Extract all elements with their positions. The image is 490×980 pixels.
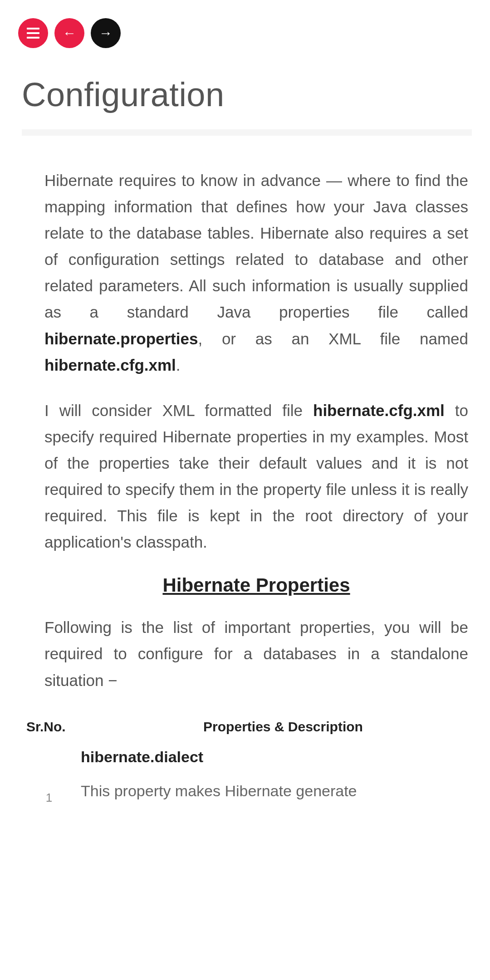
row-srno: 1: [22, 741, 76, 805]
section-heading: Hibernate Properties: [44, 574, 468, 596]
prev-button[interactable]: ←: [54, 18, 84, 48]
property-name: hibernate.dialect: [81, 748, 485, 766]
property-description: This property makes Hibernate generate: [81, 779, 485, 803]
next-button[interactable]: →: [91, 18, 121, 48]
menu-button[interactable]: [18, 18, 48, 48]
intro-paragraph-2: I will consider XML formatted file hiber…: [44, 397, 468, 556]
cfg-file-name: hibernate.cfg.xml: [44, 356, 176, 374]
title-divider: [22, 129, 472, 136]
page-title: Configuration: [0, 48, 490, 129]
table-row: 1 hibernate.dialect This property makes …: [22, 741, 490, 805]
properties-table: Sr.No. Properties & Description 1 hibern…: [22, 713, 490, 805]
properties-intro-paragraph: Following is the list of important prope…: [44, 614, 468, 693]
row-content: hibernate.dialect This property makes Hi…: [76, 741, 490, 805]
arrow-left-icon: ←: [63, 26, 76, 40]
hamburger-icon: [27, 28, 39, 39]
prop-file-name: hibernate.properties: [44, 330, 198, 348]
col-header-srno: Sr.No.: [22, 713, 76, 741]
cfg-file-name-2: hibernate.cfg.xml: [313, 402, 445, 419]
intro-paragraph-1: Hibernate requires to know in advance — …: [44, 167, 468, 378]
arrow-right-icon: →: [99, 26, 113, 40]
col-header-properties: Properties & Description: [76, 713, 490, 741]
